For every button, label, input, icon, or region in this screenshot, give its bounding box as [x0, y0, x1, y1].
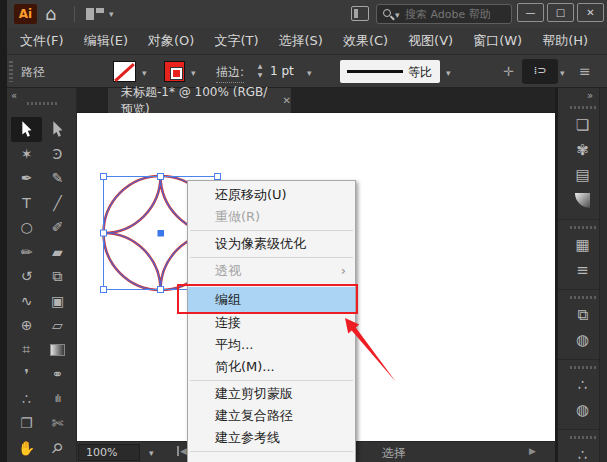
- drag-handle[interactable]: [9, 61, 13, 82]
- libraries-panel-icon[interactable]: ▤: [566, 163, 600, 187]
- pathfinder-panel-icon[interactable]: ⧉: [566, 303, 600, 327]
- type-tool[interactable]: T: [11, 191, 42, 216]
- stroke-color-swatch[interactable]: [164, 61, 185, 82]
- context-menu-item-make-guides[interactable]: 建立参考线: [188, 427, 355, 449]
- context-menu-item-undo-move[interactable]: 还原移动(U): [188, 184, 355, 206]
- brushes-panel-icon[interactable]: ∴: [566, 443, 600, 462]
- layers-panel-icon[interactable]: ❏: [566, 113, 600, 137]
- drag-handle[interactable]: [570, 366, 596, 369]
- arrange-documents-icon[interactable]: [96, 8, 104, 13]
- stroke-label[interactable]: 描边:: [216, 64, 244, 83]
- width-tool[interactable]: ∿: [11, 289, 42, 314]
- menu-effect[interactable]: 效果(C): [338, 29, 393, 53]
- context-menu-item-pixel-perfect[interactable]: 设为像素级优化: [188, 233, 355, 255]
- zoom-tool[interactable]: ⚲: [42, 436, 73, 461]
- artboard-tool[interactable]: ❐: [11, 411, 42, 436]
- free-transform-tool[interactable]: ▣: [42, 289, 73, 314]
- chevron-down-icon[interactable]: ▾: [191, 68, 196, 78]
- menu-type[interactable]: 文字(T): [209, 29, 263, 53]
- appearance-panel-icon[interactable]: ◍: [566, 398, 600, 422]
- menu-view[interactable]: 视图(V): [403, 29, 458, 53]
- color-panel-icon[interactable]: ✾: [566, 138, 600, 162]
- stroke-width-value[interactable]: 1 pt: [270, 64, 294, 78]
- mesh-tool[interactable]: ⌗: [11, 338, 42, 363]
- chevron-down-icon[interactable]: ▾: [109, 9, 114, 19]
- isolate-options-button[interactable]: ⁞⊃: [522, 59, 558, 84]
- hand-tool[interactable]: ✋: [11, 436, 42, 461]
- curvature-tool[interactable]: ✎: [42, 166, 73, 191]
- help-search-box[interactable]: ▾: [376, 4, 512, 24]
- paintbrush-tool[interactable]: ✐: [42, 215, 73, 240]
- scale-tool[interactable]: ⧉: [42, 264, 73, 289]
- gradient-panel-icon[interactable]: [566, 188, 600, 212]
- chevron-down-icon[interactable]: ▾: [446, 68, 451, 78]
- drag-handle[interactable]: [27, 102, 57, 105]
- document-tab[interactable]: 未标题-1* @ 100% (RGB/预览) ✕: [108, 88, 291, 113]
- close-tab-icon[interactable]: ✕: [283, 95, 291, 106]
- context-menu-item-make-clipping-mask[interactable]: 建立剪切蒙版: [188, 383, 355, 405]
- pen-tool[interactable]: ✒: [11, 166, 42, 191]
- drag-handle[interactable]: [570, 296, 596, 299]
- menu-edit[interactable]: 编辑(E): [79, 29, 133, 53]
- lasso-tool[interactable]: Ͽ: [42, 142, 73, 167]
- drag-handle[interactable]: [570, 436, 596, 439]
- selection-tool[interactable]: [11, 117, 42, 142]
- center-point-handle: [158, 230, 165, 237]
- stroke-width-stepper[interactable]: ▲▼: [255, 61, 265, 82]
- titlebar-divider: [74, 6, 75, 22]
- shape-builder-tool[interactable]: ⊕: [11, 313, 42, 338]
- chevron-down-icon[interactable]: ▾: [149, 448, 154, 458]
- line-segment-tool[interactable]: ╱: [42, 191, 73, 216]
- maximize-button[interactable]: □: [547, 3, 574, 22]
- home-icon[interactable]: ⌂: [45, 3, 56, 24]
- menu-window[interactable]: 窗口(W): [468, 29, 527, 53]
- eraser-tool[interactable]: ▰: [42, 240, 73, 265]
- context-menu-item-join[interactable]: 连接: [188, 312, 355, 334]
- magic-wand-tool[interactable]: ✶: [11, 142, 42, 167]
- gradient-fan-icon: [575, 193, 590, 208]
- chevron-down-icon[interactable]: ▾: [395, 10, 400, 20]
- next-artboard-icon[interactable]: ▶: [529, 446, 536, 456]
- close-button[interactable]: ✕: [577, 3, 604, 22]
- search-input[interactable]: [405, 6, 509, 22]
- symbols-panel-icon[interactable]: ∴: [566, 373, 600, 397]
- arrange-documents-icon[interactable]: [86, 8, 94, 20]
- first-artboard-icon[interactable]: ◀: [177, 446, 187, 456]
- context-menu-item-make-compound-path[interactable]: 建立复合路径: [188, 405, 355, 427]
- chevron-down-icon[interactable]: ▾: [560, 68, 565, 78]
- menu-select[interactable]: 选择(S): [273, 29, 327, 53]
- ellipse-tool[interactable]: ○: [11, 215, 42, 240]
- transparency-panel-icon[interactable]: ◍: [566, 328, 600, 352]
- expand-panels-icon[interactable]: »: [587, 90, 593, 101]
- fill-color-swatch[interactable]: [113, 61, 136, 82]
- blend-tool[interactable]: ⚭: [42, 362, 73, 387]
- artboards-panel-icon[interactable]: ▦: [566, 233, 600, 257]
- chevron-down-icon[interactable]: ▾: [307, 68, 312, 78]
- stroke-profile-select[interactable]: 等比: [340, 60, 440, 83]
- chevron-down-icon[interactable]: ▾: [142, 68, 147, 78]
- perspective-grid-tool[interactable]: ▱: [42, 313, 73, 338]
- menu-bar: 文件(F) 编辑(E) 对象(O) 文字(T) 选择(S) 效果(C) 视图(V…: [7, 28, 607, 55]
- slice-tool[interactable]: ✄: [42, 411, 73, 436]
- workspace-switcher-icon[interactable]: [351, 6, 369, 21]
- align-icon[interactable]: ✛: [503, 64, 514, 79]
- drag-handle[interactable]: [570, 226, 596, 229]
- gradient-tool[interactable]: [42, 338, 73, 363]
- zoom-level-field[interactable]: 100%: [78, 444, 140, 461]
- symbol-sprayer-tool[interactable]: ∴: [11, 387, 42, 412]
- direct-selection-tool[interactable]: [42, 117, 73, 142]
- column-graph-tool[interactable]: ılı: [42, 387, 73, 412]
- menu-object[interactable]: 对象(O): [143, 29, 199, 53]
- menu-file[interactable]: 文件(F): [15, 29, 69, 53]
- panel-menu-icon[interactable]: ≡: [579, 63, 591, 79]
- menu-help[interactable]: 帮助(H): [537, 29, 593, 53]
- pencil-tool[interactable]: ✏: [11, 240, 42, 265]
- context-menu-item-average[interactable]: 平均...: [188, 334, 355, 356]
- rotate-tool[interactable]: ↺: [11, 264, 42, 289]
- collapse-panel-icon[interactable]: «: [11, 90, 17, 101]
- eyedropper-tool[interactable]: ❜: [11, 362, 42, 387]
- properties-panel-icon[interactable]: ≡: [566, 258, 600, 282]
- context-menu-item-simplify[interactable]: 简化(M)...: [188, 356, 355, 378]
- drag-handle[interactable]: [570, 106, 596, 109]
- minimize-button[interactable]: —: [517, 3, 544, 22]
